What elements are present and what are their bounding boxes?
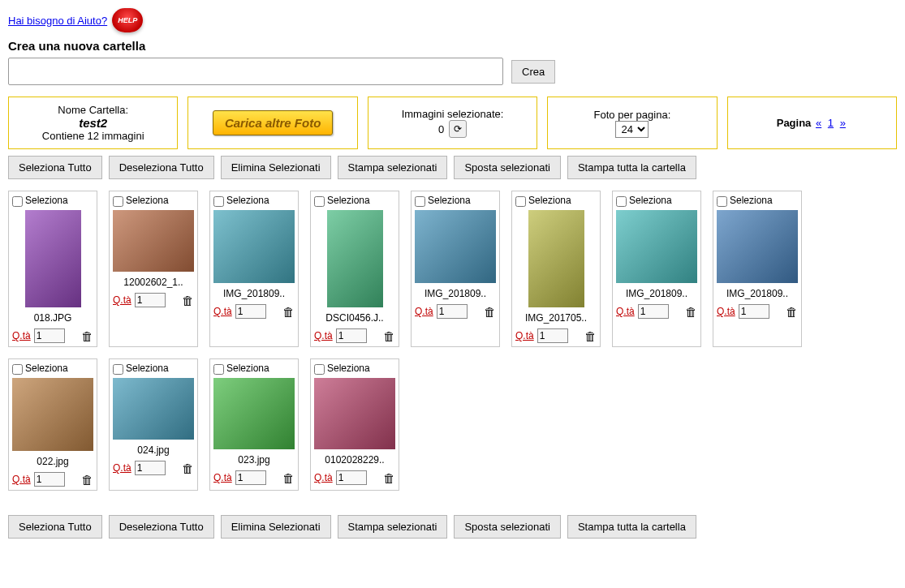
qty-label[interactable]: Q.tà: [12, 474, 31, 485]
photo-card: SelezionaDSCI0456.J..Q.tà🗑: [310, 191, 399, 347]
trash-icon[interactable]: 🗑: [685, 305, 697, 319]
photo-thumbnail[interactable]: [515, 210, 597, 307]
select-label: Seleziona: [126, 363, 169, 374]
qty-label[interactable]: Q.tà: [314, 472, 333, 483]
qty-input[interactable]: [537, 328, 568, 343]
help-icon[interactable]: HELP: [112, 8, 143, 32]
per-page-select[interactable]: 24: [615, 121, 649, 138]
per-page-label: Foto per pagina:: [594, 109, 671, 121]
per-page-box: Foto per pagina: 24: [547, 97, 717, 149]
trash-icon[interactable]: 🗑: [282, 471, 295, 485]
select-label: Seleziona: [126, 195, 169, 206]
qty-input[interactable]: [336, 328, 367, 343]
qty-input[interactable]: [336, 470, 367, 485]
trash-icon[interactable]: 🗑: [81, 329, 93, 343]
deselect-all-button[interactable]: Deseleziona Tutto: [109, 156, 214, 179]
qty-label[interactable]: Q.tà: [213, 472, 232, 483]
new-folder-input[interactable]: [8, 58, 503, 85]
select-label: Seleziona: [629, 195, 672, 206]
page-prev[interactable]: «: [816, 117, 821, 129]
photo-thumbnail[interactable]: [12, 210, 93, 307]
select-photo-checkbox[interactable]: [213, 364, 224, 375]
qty-input[interactable]: [235, 304, 266, 319]
photo-thumbnail[interactable]: [113, 378, 194, 440]
qty-label[interactable]: Q.tà: [213, 306, 232, 317]
photo-filename: 022.jpg: [12, 456, 93, 467]
select-photo-checkbox[interactable]: [113, 364, 123, 375]
page-current[interactable]: 1: [828, 117, 834, 129]
move-selected-button-bottom[interactable]: Sposta selezionati: [454, 515, 561, 539]
qty-input[interactable]: [135, 461, 166, 475]
select-label: Seleziona: [327, 363, 370, 374]
select-photo-checkbox[interactable]: [314, 196, 325, 207]
create-folder-button[interactable]: Crea: [511, 60, 555, 84]
qty-label[interactable]: Q.tà: [515, 330, 534, 341]
trash-icon[interactable]: 🗑: [282, 305, 295, 319]
select-photo-checkbox[interactable]: [113, 196, 123, 207]
select-photo-checkbox[interactable]: [12, 196, 23, 207]
photo-filename: IMG_201705..: [515, 312, 597, 324]
photo-thumbnail[interactable]: [717, 210, 798, 283]
qty-input[interactable]: [437, 304, 468, 319]
photo-thumbnail[interactable]: [12, 378, 93, 451]
select-all-button[interactable]: Seleziona Tutto: [8, 156, 102, 179]
select-photo-checkbox[interactable]: [12, 364, 23, 375]
photo-thumbnail[interactable]: [314, 378, 395, 449]
move-selected-button[interactable]: Sposta selezionati: [454, 156, 561, 179]
qty-label[interactable]: Q.tà: [113, 294, 131, 306]
qty-input[interactable]: [34, 472, 65, 487]
upload-more-button[interactable]: Carica altre Foto: [213, 110, 333, 135]
delete-selected-button[interactable]: Elimina Selezionati: [221, 156, 331, 179]
qty-label[interactable]: Q.tà: [314, 330, 333, 341]
qty-input[interactable]: [739, 304, 769, 319]
photo-thumbnail[interactable]: [113, 210, 194, 272]
select-photo-checkbox[interactable]: [717, 196, 727, 207]
selected-count-box: Immagini selezionate: 0 ⟳: [368, 97, 537, 149]
photo-thumbnail[interactable]: [415, 210, 496, 283]
qty-label[interactable]: Q.tà: [616, 306, 635, 317]
qty-label[interactable]: Q.tà: [717, 306, 735, 317]
trash-icon[interactable]: 🗑: [81, 473, 93, 487]
qty-input[interactable]: [34, 328, 65, 343]
trash-icon[interactable]: 🗑: [383, 471, 395, 485]
select-photo-checkbox[interactable]: [415, 196, 425, 207]
photo-thumbnail[interactable]: [616, 210, 697, 283]
select-photo-checkbox[interactable]: [515, 196, 526, 207]
trash-icon[interactable]: 🗑: [182, 294, 194, 307]
photo-thumbnail[interactable]: [213, 210, 295, 283]
qty-input[interactable]: [135, 293, 166, 307]
qty-label[interactable]: Q.tà: [415, 306, 433, 317]
print-selected-button-bottom[interactable]: Stampa selezionati: [338, 515, 448, 539]
print-folder-button-bottom[interactable]: Stampa tutta la cartella: [567, 515, 696, 539]
photo-card: SelezionaIMG_201809..Q.tà🗑: [713, 191, 802, 347]
select-label: Seleziona: [25, 195, 68, 206]
qty-input[interactable]: [638, 304, 669, 319]
trash-icon[interactable]: 🗑: [383, 329, 395, 343]
select-all-button-bottom[interactable]: Seleziona Tutto: [8, 515, 102, 539]
select-label: Seleziona: [730, 195, 773, 206]
help-link[interactable]: Hai bisogno di Aiuto?: [8, 15, 107, 27]
select-photo-checkbox[interactable]: [616, 196, 627, 207]
photo-filename: DSCI0456.J..: [314, 312, 395, 324]
print-selected-button[interactable]: Stampa selezionati: [338, 156, 448, 179]
qty-label[interactable]: Q.tà: [113, 462, 131, 474]
trash-icon[interactable]: 🗑: [786, 305, 798, 319]
photo-card: Seleziona018.JPGQ.tà🗑: [8, 191, 97, 347]
trash-icon[interactable]: 🗑: [484, 305, 496, 319]
select-label: Seleziona: [528, 195, 571, 206]
photo-filename: 0102028229..: [314, 454, 395, 466]
select-photo-checkbox[interactable]: [314, 364, 325, 375]
trash-icon[interactable]: 🗑: [584, 329, 597, 343]
refresh-icon[interactable]: ⟳: [449, 120, 467, 138]
photo-thumbnail[interactable]: [213, 378, 295, 449]
photo-card: Seleziona0102028229..Q.tà🗑: [310, 358, 399, 491]
print-folder-button[interactable]: Stampa tutta la cartella: [567, 156, 696, 179]
photo-thumbnail[interactable]: [314, 210, 395, 307]
deselect-all-button-bottom[interactable]: Deseleziona Tutto: [109, 515, 214, 539]
qty-input[interactable]: [235, 470, 266, 485]
qty-label[interactable]: Q.tà: [12, 330, 31, 341]
select-photo-checkbox[interactable]: [213, 196, 224, 207]
trash-icon[interactable]: 🗑: [182, 461, 194, 475]
delete-selected-button-bottom[interactable]: Elimina Selezionati: [221, 515, 331, 539]
page-next[interactable]: »: [840, 117, 846, 129]
